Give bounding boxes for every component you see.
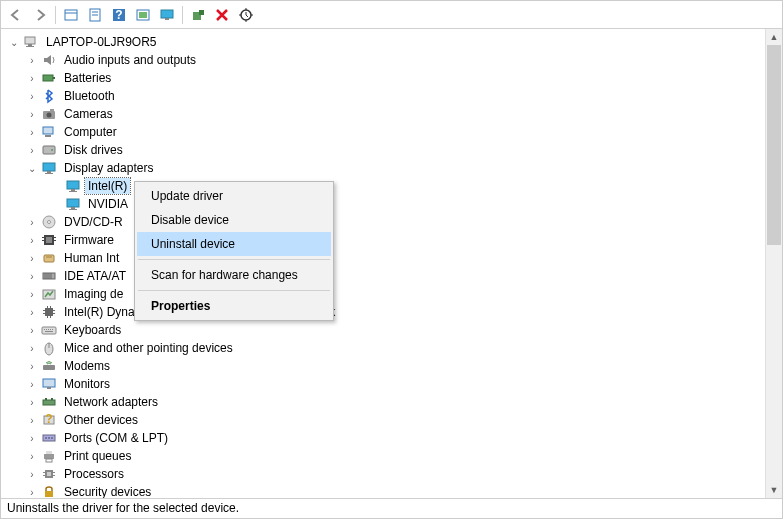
expand-icon[interactable]: › [25,323,39,337]
expand-icon[interactable]: › [25,89,39,103]
tree-node[interactable]: ›Bluetooth [3,87,763,105]
tree-node[interactable]: ›Cameras [3,105,763,123]
expand-icon[interactable]: › [25,233,39,247]
svg-rect-55 [53,313,55,314]
audio-icon [41,52,57,68]
toolbar-separator [182,6,183,24]
tree-node-label: Disk drives [61,142,126,158]
expand-icon[interactable]: › [25,431,39,445]
expand-icon[interactable]: › [25,305,39,319]
help-button[interactable]: ? [108,4,130,26]
tree-node[interactable]: ›Computer [3,123,763,141]
svg-rect-54 [53,310,55,311]
tree-node[interactable]: ›IDE ATA/AT [3,267,763,285]
scan-monitor-button[interactable] [156,4,178,26]
tree-node[interactable]: ›Disk drives [3,141,763,159]
back-button[interactable] [5,4,27,26]
vertical-scrollbar[interactable]: ▲ ▼ [765,29,782,498]
expand-icon[interactable]: › [25,341,39,355]
expand-icon[interactable]: › [25,377,39,391]
menu-update-driver[interactable]: Update driver [137,184,331,208]
svg-rect-87 [43,475,45,476]
expand-icon[interactable]: › [25,485,39,498]
expand-icon[interactable]: › [25,215,39,229]
tree-node-label: Mice and other pointing devices [61,340,236,356]
tree-node[interactable]: ⌄Display adapters [3,159,763,177]
tree-node[interactable]: ›Security devices [3,483,763,498]
update-button[interactable] [132,4,154,26]
svg-rect-60 [42,327,56,334]
scroll-down-icon[interactable]: ▼ [766,482,782,498]
tree-node[interactable]: ›Firmware [3,231,763,249]
scan-hardware-button[interactable] [235,4,257,26]
tree-node[interactable]: ›Imaging de [3,285,763,303]
svg-point-78 [45,437,47,439]
expand-icon[interactable]: › [25,251,39,265]
tree-node-label: Bluetooth [61,88,118,104]
svg-rect-29 [67,181,79,189]
menu-uninstall-device[interactable]: Uninstall device [137,232,331,256]
tree-node[interactable]: ⌄LAPTOP-0LJR9OR5 [3,33,763,51]
menu-disable-device[interactable]: Disable device [137,208,331,232]
collapse-icon[interactable]: ⌄ [25,161,39,175]
expand-icon[interactable]: › [25,467,39,481]
expand-icon[interactable]: › [25,359,39,373]
remove-button[interactable] [211,4,233,26]
expand-icon[interactable]: › [25,269,39,283]
tree-node[interactable]: ›DVD/CD-R [3,213,763,231]
tree-node[interactable]: ›Human Int [3,249,763,267]
add-legacy-button[interactable] [187,4,209,26]
forward-button[interactable] [29,4,51,26]
firmware-icon [41,232,57,248]
menu-properties[interactable]: Properties [137,294,331,318]
tree-node[interactable]: Intel(R) [3,177,763,195]
svg-rect-30 [71,189,75,191]
svg-rect-15 [28,44,32,46]
tree-node[interactable]: ›Batteries [3,69,763,87]
expand-icon[interactable]: › [25,125,39,139]
expand-icon[interactable]: › [25,143,39,157]
tree-node[interactable]: ›Network adapters [3,393,763,411]
expand-icon[interactable]: › [25,53,39,67]
expand-icon[interactable]: › [25,413,39,427]
tree-node[interactable]: ›Modems [3,357,763,375]
tree-node[interactable]: ›Keyboards [3,321,763,339]
svg-rect-51 [45,308,53,316]
svg-rect-70 [43,379,55,387]
tree-node[interactable]: ›Intel(R) Dynamic Platform and Thermal F… [3,303,763,321]
tree-node[interactable]: ›Processors [3,465,763,483]
bluetooth-icon [41,88,57,104]
expand-icon[interactable]: › [25,287,39,301]
collapse-icon[interactable]: ⌄ [7,35,21,49]
modem-icon [41,358,57,374]
svg-point-20 [47,113,52,118]
tree-node[interactable]: ›?Other devices [3,411,763,429]
expand-icon[interactable]: › [25,71,39,85]
tree-node-label: IDE ATA/AT [61,268,129,284]
properties-button[interactable] [84,4,106,26]
svg-rect-69 [43,365,55,370]
tree-node[interactable]: ›Ports (COM & LPT) [3,429,763,447]
tree-node[interactable]: ›Mice and other pointing devices [3,339,763,357]
expand-icon[interactable]: › [25,449,39,463]
show-hidden-button[interactable] [60,4,82,26]
svg-text:?: ? [45,412,52,426]
device-tree[interactable]: ⌄LAPTOP-0LJR9OR5›Audio inputs and output… [1,29,765,498]
toolbar-separator [55,6,56,24]
scrollbar-thumb[interactable] [767,45,781,245]
tree-node[interactable]: NVIDIA [3,195,763,213]
tree-node[interactable]: ›Monitors [3,375,763,393]
tree-node[interactable]: ›Audio inputs and outputs [3,51,763,69]
svg-rect-85 [47,472,51,476]
expand-icon[interactable]: › [25,107,39,121]
scroll-up-icon[interactable]: ▲ [766,29,782,45]
menu-scan-hardware[interactable]: Scan for hardware changes [137,263,331,287]
svg-rect-28 [45,173,53,174]
svg-rect-41 [54,237,56,238]
port-icon [41,430,57,446]
tree-node[interactable]: ›Print queues [3,447,763,465]
expand-icon[interactable]: › [25,395,39,409]
tree-node-label: Processors [61,466,127,482]
disk-icon [41,142,57,158]
display-icon [41,160,57,176]
